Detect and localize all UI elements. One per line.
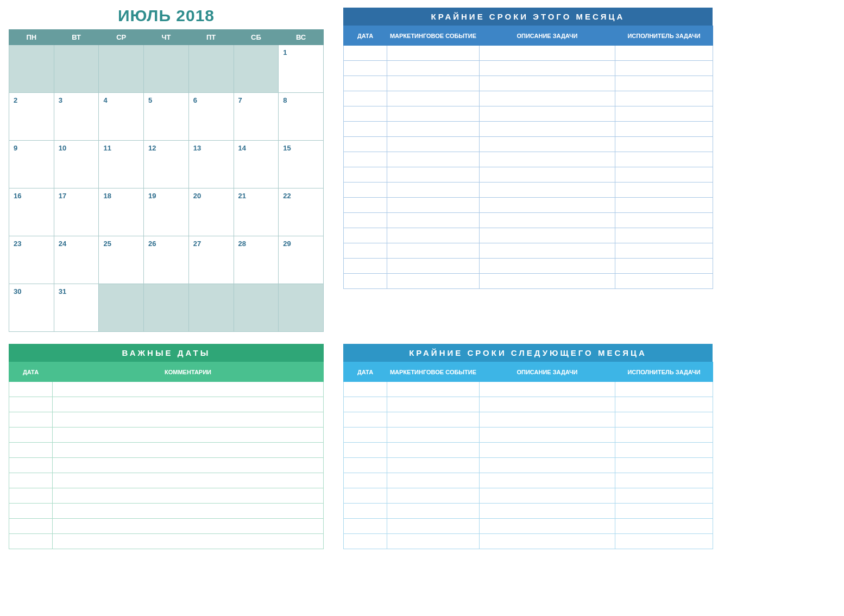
deadlines-next-cell[interactable] xyxy=(615,428,713,443)
deadlines-this-cell[interactable] xyxy=(344,46,387,61)
deadlines-this-cell[interactable] xyxy=(615,198,713,213)
deadlines-this-cell[interactable] xyxy=(387,183,480,198)
calendar-day-cell[interactable]: 28 xyxy=(234,236,279,284)
important-dates-cell[interactable] xyxy=(53,504,324,519)
deadlines-this-cell[interactable] xyxy=(480,274,615,289)
important-dates-cell[interactable] xyxy=(9,412,53,428)
deadlines-next-cell[interactable] xyxy=(387,519,480,534)
deadlines-next-cell[interactable] xyxy=(480,428,615,443)
deadlines-next-cell[interactable] xyxy=(615,458,713,473)
important-dates-cell[interactable] xyxy=(9,519,53,534)
deadlines-next-cell[interactable] xyxy=(615,443,713,458)
deadlines-this-cell[interactable] xyxy=(344,183,387,198)
calendar-day-cell[interactable]: 7 xyxy=(234,93,279,141)
deadlines-this-cell[interactable] xyxy=(344,122,387,137)
deadlines-this-cell[interactable] xyxy=(615,213,713,228)
deadlines-next-cell[interactable] xyxy=(344,519,387,534)
calendar-day-cell[interactable] xyxy=(279,284,324,332)
calendar-day-cell[interactable]: 13 xyxy=(188,141,234,188)
deadlines-this-cell[interactable] xyxy=(480,137,615,152)
calendar-day-cell[interactable] xyxy=(99,284,144,332)
calendar-day-cell[interactable] xyxy=(144,45,189,93)
deadlines-next-cell[interactable] xyxy=(615,382,713,397)
deadlines-this-cell[interactable] xyxy=(344,167,387,183)
deadlines-next-cell[interactable] xyxy=(480,443,615,458)
deadlines-next-cell[interactable] xyxy=(387,443,480,458)
deadlines-this-cell[interactable] xyxy=(344,228,387,243)
deadlines-next-cell[interactable] xyxy=(344,458,387,473)
deadlines-this-cell[interactable] xyxy=(615,228,713,243)
deadlines-this-cell[interactable] xyxy=(480,243,615,259)
deadlines-this-cell[interactable] xyxy=(387,259,480,274)
calendar-day-cell[interactable]: 14 xyxy=(234,141,279,188)
calendar-day-cell[interactable]: 5 xyxy=(144,93,189,141)
deadlines-this-cell[interactable] xyxy=(387,198,480,213)
calendar-day-cell[interactable]: 11 xyxy=(99,141,144,188)
deadlines-this-cell[interactable] xyxy=(615,122,713,137)
deadlines-next-cell[interactable] xyxy=(615,519,713,534)
deadlines-next-cell[interactable] xyxy=(387,412,480,428)
deadlines-this-cell[interactable] xyxy=(480,198,615,213)
deadlines-this-cell[interactable] xyxy=(344,106,387,122)
calendar-day-cell[interactable]: 19 xyxy=(144,188,189,236)
deadlines-next-cell[interactable] xyxy=(387,534,480,549)
deadlines-this-cell[interactable] xyxy=(480,213,615,228)
important-dates-cell[interactable] xyxy=(9,488,53,504)
deadlines-next-cell[interactable] xyxy=(344,397,387,412)
important-dates-cell[interactable] xyxy=(53,488,324,504)
deadlines-next-cell[interactable] xyxy=(387,458,480,473)
deadlines-this-cell[interactable] xyxy=(480,259,615,274)
important-dates-cell[interactable] xyxy=(9,443,53,458)
calendar-day-cell[interactable]: 2 xyxy=(9,93,54,141)
deadlines-this-cell[interactable] xyxy=(387,91,480,106)
deadlines-this-cell[interactable] xyxy=(615,76,713,91)
deadlines-next-cell[interactable] xyxy=(344,488,387,504)
deadlines-this-cell[interactable] xyxy=(344,213,387,228)
deadlines-next-cell[interactable] xyxy=(615,473,713,488)
deadlines-next-cell[interactable] xyxy=(480,504,615,519)
deadlines-this-cell[interactable] xyxy=(615,259,713,274)
deadlines-next-cell[interactable] xyxy=(344,382,387,397)
important-dates-cell[interactable] xyxy=(53,473,324,488)
deadlines-this-cell[interactable] xyxy=(344,61,387,76)
deadlines-next-cell[interactable] xyxy=(387,473,480,488)
deadlines-this-cell[interactable] xyxy=(344,198,387,213)
deadlines-next-cell[interactable] xyxy=(480,473,615,488)
deadlines-next-cell[interactable] xyxy=(615,488,713,504)
deadlines-next-cell[interactable] xyxy=(480,519,615,534)
calendar-day-cell[interactable]: 12 xyxy=(144,141,189,188)
deadlines-this-cell[interactable] xyxy=(387,243,480,259)
calendar-day-cell[interactable] xyxy=(99,45,144,93)
important-dates-cell[interactable] xyxy=(53,428,324,443)
deadlines-this-cell[interactable] xyxy=(615,243,713,259)
deadlines-next-cell[interactable] xyxy=(344,473,387,488)
deadlines-this-cell[interactable] xyxy=(615,61,713,76)
deadlines-next-cell[interactable] xyxy=(615,504,713,519)
deadlines-this-cell[interactable] xyxy=(615,91,713,106)
deadlines-this-cell[interactable] xyxy=(480,46,615,61)
deadlines-next-cell[interactable] xyxy=(387,382,480,397)
deadlines-next-cell[interactable] xyxy=(480,534,615,549)
deadlines-this-cell[interactable] xyxy=(387,274,480,289)
calendar-day-cell[interactable] xyxy=(234,284,279,332)
deadlines-next-cell[interactable] xyxy=(344,534,387,549)
deadlines-next-cell[interactable] xyxy=(615,534,713,549)
important-dates-cell[interactable] xyxy=(9,382,53,397)
calendar-day-cell[interactable]: 16 xyxy=(9,188,54,236)
calendar-day-cell[interactable]: 10 xyxy=(54,141,99,188)
calendar-day-cell[interactable]: 8 xyxy=(279,93,324,141)
deadlines-next-cell[interactable] xyxy=(344,428,387,443)
deadlines-this-cell[interactable] xyxy=(387,61,480,76)
deadlines-this-cell[interactable] xyxy=(615,274,713,289)
deadlines-this-cell[interactable] xyxy=(480,183,615,198)
calendar-day-cell[interactable]: 31 xyxy=(54,284,99,332)
calendar-day-cell[interactable]: 20 xyxy=(188,188,234,236)
important-dates-cell[interactable] xyxy=(53,443,324,458)
important-dates-cell[interactable] xyxy=(53,519,324,534)
deadlines-this-cell[interactable] xyxy=(480,61,615,76)
deadlines-this-cell[interactable] xyxy=(480,167,615,183)
deadlines-next-cell[interactable] xyxy=(480,458,615,473)
calendar-day-cell[interactable]: 22 xyxy=(279,188,324,236)
important-dates-cell[interactable] xyxy=(9,428,53,443)
important-dates-cell[interactable] xyxy=(53,534,324,549)
